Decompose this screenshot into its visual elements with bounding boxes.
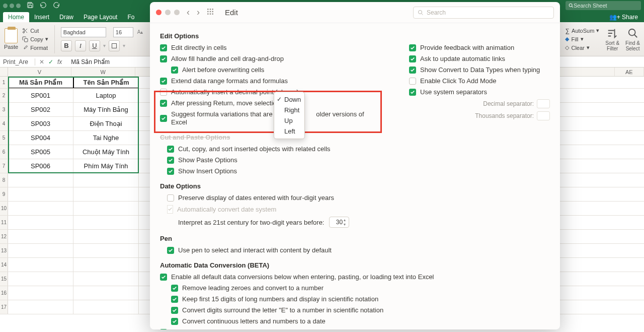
col-header-v[interactable]: V (8, 68, 71, 76)
save-icon[interactable] (27, 2, 34, 10)
cell[interactable]: Laptop (73, 89, 139, 102)
decimal-sep-field[interactable] (537, 99, 550, 108)
row-header[interactable]: 6 (0, 145, 8, 159)
redo-icon[interactable] (53, 2, 60, 10)
opt-show-convert[interactable]: Show Convert to Data Types when typing (409, 66, 550, 74)
italic-button[interactable]: I (75, 40, 86, 51)
copy-button[interactable]: Copy ▾ (22, 35, 48, 43)
opt-enable-all-conv[interactable]: Enable all default data conversions belo… (160, 273, 550, 281)
direction-dropdown[interactable]: Down Right Up Left (274, 92, 305, 139)
row-header[interactable]: 10 (0, 202, 8, 215)
row-header[interactable]: 8 (0, 173, 8, 187)
row-header[interactable]: 11 (0, 216, 8, 229)
close-icon[interactable] (156, 10, 162, 15)
opt-convert-e[interactable]: Convert digits surround the letter "E" t… (160, 306, 550, 314)
search-sheet-input[interactable]: Search Sheet (566, 1, 641, 10)
paste-button[interactable]: Paste (4, 28, 18, 50)
opt-alert-overwrite[interactable]: Alert before overwriting cells (160, 66, 379, 74)
fx-icon[interactable]: fx (57, 58, 62, 65)
opt-cut-copy-sort[interactable]: Cut, copy, and sort inserted objects wit… (167, 145, 550, 153)
opt-ask-links[interactable]: Ask to update automatic links (409, 55, 550, 63)
font-name-select[interactable]: Baghdad (61, 27, 106, 37)
border-button[interactable] (109, 40, 120, 51)
row-header[interactable]: 3 (0, 103, 8, 116)
opt-extend-formats[interactable]: Extend data range formats and formulas (160, 77, 379, 85)
name-box[interactable]: Print_Are (0, 58, 35, 65)
dropdown-item-down[interactable]: Down (274, 94, 304, 105)
opt-keep-15[interactable]: Keep first 15 digits of long numbers and… (160, 295, 550, 303)
cell[interactable]: Điện Thoại (73, 117, 139, 130)
cell[interactable]: Tên Sản Phẩm (73, 77, 139, 88)
col-header-w[interactable]: W (71, 68, 135, 76)
interpret-year-field[interactable]: 30 ▲▼ (329, 217, 349, 228)
col-header-ae[interactable]: AE (615, 68, 644, 76)
opt-edit-directly[interactable]: Edit directly in cells (160, 44, 379, 52)
spinner-icon[interactable]: ▲▼ (343, 218, 348, 226)
row-header[interactable]: 7 (0, 159, 8, 173)
cell[interactable]: Phím Máy Tính (73, 159, 139, 173)
opt-sys-sep[interactable]: Use system separators (409, 88, 550, 96)
dropdown-item-up[interactable]: Up (274, 115, 304, 126)
window-dot[interactable] (3, 4, 8, 8)
opt-show-paste[interactable]: Show Paste Options (167, 156, 550, 164)
opt-show-insert[interactable]: Show Insert Options (167, 167, 550, 175)
undo-icon[interactable] (40, 2, 47, 10)
opt-use-pen[interactable]: Use pen to select and interact with cont… (167, 246, 550, 254)
cell[interactable]: Máy Tính Bảng (73, 103, 139, 116)
tab-home[interactable]: Home (3, 12, 29, 22)
row-header[interactable]: 2 (0, 89, 8, 102)
opt-allow-fill[interactable]: Allow fill handle and cell drag-and-drop (160, 55, 379, 63)
opt-auto-decimal[interactable]: Automatically insert a decimal point (pl… (160, 88, 379, 96)
row-header[interactable]: 4 (0, 117, 8, 130)
cell[interactable]: SP005 (8, 145, 73, 159)
row-header[interactable]: 5 (0, 131, 8, 145)
forward-button[interactable]: › (197, 7, 200, 18)
row-header[interactable]: 15 (0, 272, 8, 286)
opt-click-add[interactable]: Enable Click To Add Mode (409, 77, 550, 85)
tab-draw[interactable]: Draw (54, 12, 78, 22)
row-header[interactable]: 14 (0, 258, 8, 272)
find-select-button[interactable]: Find & Select (625, 27, 640, 51)
opt-preserve-dates[interactable]: Preserve display of dates entered with f… (167, 194, 550, 202)
opt-feedback-anim[interactable]: Provide feedback with animation (409, 44, 550, 52)
font-size-select[interactable]: 16 (113, 27, 133, 37)
sort-filter-button[interactable]: Sort & Filter (605, 27, 619, 51)
tab-insert[interactable]: Insert (29, 12, 54, 22)
format-painter-button[interactable]: Format (22, 44, 48, 52)
share-button[interactable]: 👥+ Share (603, 12, 644, 22)
fill-button[interactable]: ◆ Fill ▾ (565, 35, 599, 43)
tab-page-layout[interactable]: Page Layout (78, 12, 122, 22)
cell[interactable]: SP006 (8, 159, 73, 173)
row-header[interactable]: 9 (0, 187, 8, 201)
back-button[interactable]: ‹ (187, 7, 190, 18)
row-header[interactable]: 17 (0, 300, 8, 314)
zoom-icon[interactable] (174, 10, 180, 15)
cell[interactable]: SP004 (8, 131, 73, 145)
dropdown-item-right[interactable]: Right (274, 105, 304, 115)
opt-csv-notify[interactable]: When loading a .csv file or similar file… (160, 328, 550, 329)
cell[interactable]: Tai Nghe (73, 131, 139, 145)
autosum-button[interactable]: ∑ AutoSum ▾ (565, 27, 599, 35)
cell[interactable]: SP001 (8, 89, 73, 102)
bold-button[interactable]: B (61, 40, 72, 51)
cut-button[interactable]: Cut (22, 27, 48, 35)
row-header[interactable]: 1 (0, 77, 8, 88)
window-dot[interactable] (10, 4, 14, 8)
clear-button[interactable]: ◇ Clear ▾ (565, 44, 599, 52)
minimize-icon[interactable] (165, 10, 171, 15)
dialog-search-input[interactable]: Search (413, 7, 554, 19)
opt-suggest-formula[interactable]: Suggest formula variations that are suXX… (160, 110, 379, 126)
cell[interactable]: SP003 (8, 117, 73, 130)
font-size-increase-icon[interactable]: A▴ (137, 29, 143, 35)
underline-button[interactable]: U (89, 40, 100, 51)
window-dot[interactable] (16, 4, 21, 8)
cell[interactable]: Chuột Máy Tính (73, 145, 139, 159)
opt-remove-zeroes[interactable]: Remove leading zeroes and convert to a n… (160, 284, 550, 292)
grid-icon[interactable] (207, 8, 214, 17)
row-header[interactable]: 13 (0, 244, 8, 257)
tab-formulas[interactable]: Fo (122, 12, 139, 22)
opt-convert-letters[interactable]: Convert continuous letters and numbers t… (160, 317, 550, 325)
cell[interactable]: Mã Sản Phẩm (8, 77, 73, 88)
dropdown-item-left[interactable]: Left (274, 126, 304, 137)
row-header[interactable]: 12 (0, 230, 8, 243)
